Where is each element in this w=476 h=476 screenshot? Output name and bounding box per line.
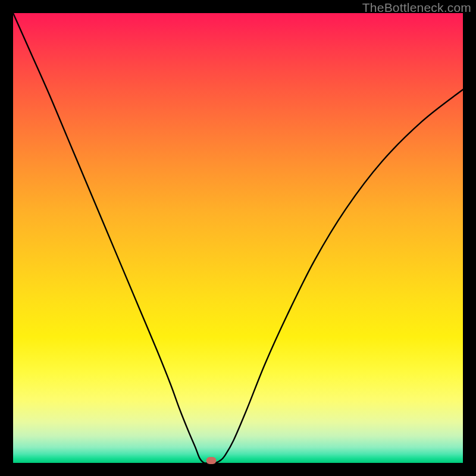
curve-layer <box>13 13 463 463</box>
chart-frame: TheBottleneck.com <box>0 0 476 476</box>
plot-area <box>13 13 463 463</box>
bottleneck-curve <box>13 13 463 464</box>
bottleneck-marker <box>206 457 216 464</box>
